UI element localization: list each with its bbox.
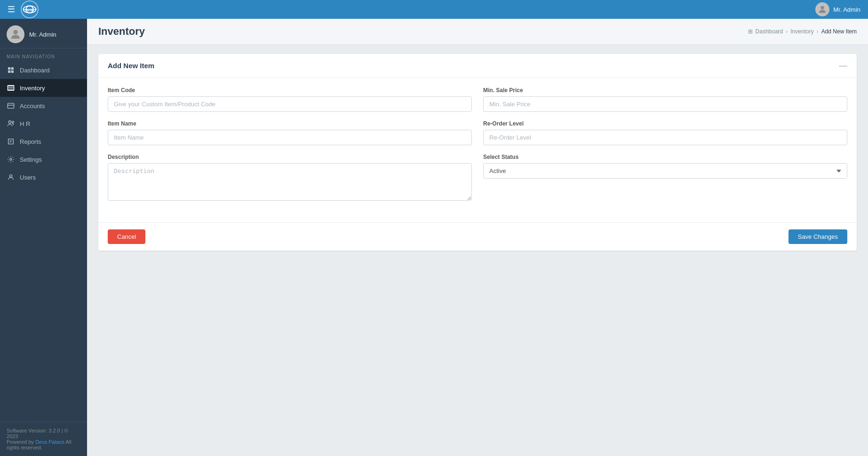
devs-palace-link[interactable]: Devs Palace <box>35 439 64 445</box>
form-row-1: Item Code Min. Sale Price <box>108 87 847 112</box>
top-header: ☰ ONLINE Mr. Admin <box>0 0 868 19</box>
avatar <box>7 25 24 43</box>
logo: ONLINE <box>21 0 39 18</box>
sidebar-label-accounts: Accounts <box>20 102 45 110</box>
item-name-input[interactable] <box>108 130 472 145</box>
sidebar-item-hr[interactable]: H R <box>0 115 87 133</box>
sidebar-label-settings: Settings <box>20 156 42 163</box>
description-group: Description <box>108 154 472 203</box>
header-right: Mr. Admin <box>815 2 860 16</box>
reorder-level-label: Re-Order Level <box>483 120 847 127</box>
select-status-label: Select Status <box>483 154 847 160</box>
form-actions: Cancel Save Changes <box>98 222 857 251</box>
form-row-3: Description Select Status Active Inactiv… <box>108 154 847 203</box>
select-status-group: Select Status Active Inactive <box>483 154 847 203</box>
hamburger-icon[interactable]: ☰ <box>8 4 15 15</box>
form-card-title: Add New Item <box>108 62 154 70</box>
form-row-2: Item Name Re-Order Level <box>108 120 847 145</box>
sidebar-label-reports: Reports <box>20 138 41 145</box>
svg-point-5 <box>13 30 17 34</box>
settings-icon <box>7 155 15 164</box>
reports-icon <box>7 137 15 146</box>
breadcrumb-sep-1: › <box>786 28 788 35</box>
item-code-label: Item Code <box>108 87 472 94</box>
content-area: Add New Item — Item Code Min. Sale Price <box>87 45 868 456</box>
form-card-header: Add New Item — <box>98 54 857 78</box>
svg-rect-7 <box>11 67 14 70</box>
svg-rect-6 <box>8 67 10 70</box>
sidebar-label-inventory: Inventory <box>20 85 45 92</box>
header-username: Mr. Admin <box>833 6 860 13</box>
logo-icon: ONLINE <box>23 4 37 15</box>
page-header: Inventory ⊞ Dashboard › Inventory › Add … <box>87 19 868 45</box>
item-code-group: Item Code <box>108 87 472 112</box>
svg-rect-8 <box>8 71 10 73</box>
svg-point-14 <box>10 158 12 160</box>
description-label: Description <box>108 154 472 160</box>
page-title: Inventory <box>98 25 145 38</box>
accounts-icon <box>7 102 15 110</box>
sidebar-item-dashboard[interactable]: Dashboard <box>0 61 87 79</box>
breadcrumb-icon: ⊞ <box>748 28 753 35</box>
item-name-label: Item Name <box>108 120 472 127</box>
svg-point-12 <box>8 121 11 123</box>
sidebar-item-inventory[interactable]: Inventory <box>0 79 87 97</box>
collapse-button[interactable]: — <box>839 61 847 71</box>
sidebar-label-users: Users <box>20 174 36 181</box>
main-layout: Mr. Admin MAIN NAVIGATION Dashboard Inve… <box>0 19 868 456</box>
hr-icon <box>7 119 15 128</box>
description-input[interactable] <box>108 163 472 201</box>
cancel-button[interactable]: Cancel <box>108 229 145 244</box>
users-icon <box>7 173 15 181</box>
sidebar-label-dashboard: Dashboard <box>20 67 50 74</box>
breadcrumb-sep-2: › <box>817 28 819 35</box>
breadcrumb: ⊞ Dashboard › Inventory › Add New Item <box>748 28 857 35</box>
svg-rect-9 <box>11 71 14 73</box>
reorder-level-group: Re-Order Level <box>483 120 847 145</box>
item-code-input[interactable] <box>108 96 472 112</box>
sidebar: Mr. Admin MAIN NAVIGATION Dashboard Inve… <box>0 19 87 456</box>
sidebar-username: Mr. Admin <box>29 31 56 38</box>
save-button[interactable]: Save Changes <box>788 229 847 244</box>
inventory-icon <box>7 84 15 92</box>
min-sale-price-label: Min. Sale Price <box>483 87 847 94</box>
min-sale-price-group: Min. Sale Price <box>483 87 847 112</box>
svg-text:ONLINE: ONLINE <box>25 9 34 12</box>
breadcrumb-current: Add New Item <box>821 28 857 35</box>
powered-by: Powered by Devs Palace All rights reserv… <box>7 439 80 450</box>
svg-rect-11 <box>8 103 14 109</box>
main-content: Inventory ⊞ Dashboard › Inventory › Add … <box>87 19 868 456</box>
svg-point-13 <box>12 121 14 123</box>
item-name-group: Item Name <box>108 120 472 145</box>
min-sale-price-input[interactable] <box>483 96 847 112</box>
sidebar-label-hr: H R <box>20 120 30 127</box>
sidebar-user: Mr. Admin <box>0 19 87 48</box>
nav-section-label: MAIN NAVIGATION <box>0 48 87 61</box>
sidebar-item-settings[interactable]: Settings <box>0 150 87 168</box>
breadcrumb-dashboard: Dashboard <box>756 28 783 35</box>
sidebar-item-accounts[interactable]: Accounts <box>0 97 87 115</box>
reorder-level-input[interactable] <box>483 130 847 145</box>
svg-point-15 <box>9 175 12 177</box>
form-body: Item Code Min. Sale Price Item Name <box>98 78 857 220</box>
form-card: Add New Item — Item Code Min. Sale Price <box>98 54 857 251</box>
sidebar-item-users[interactable]: Users <box>0 168 87 186</box>
user-avatar-top <box>815 2 829 16</box>
breadcrumb-inventory: Inventory <box>790 28 813 35</box>
header-left: ☰ ONLINE <box>8 0 39 18</box>
sidebar-item-reports[interactable]: Reports <box>0 133 87 150</box>
svg-point-4 <box>821 6 824 9</box>
sidebar-footer: Software Version: 3.2.0 | © 2023 Powered… <box>0 422 87 456</box>
dashboard-icon <box>7 66 15 74</box>
select-status-dropdown[interactable]: Active Inactive <box>483 163 847 179</box>
version-text: Software Version: 3.2.0 | © 2023 <box>7 428 80 439</box>
